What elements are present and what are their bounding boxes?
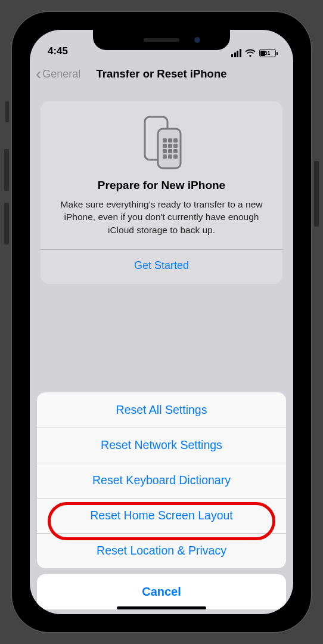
main-content: Prepare for New iPhone Make sure everyth… (30, 88, 293, 284)
svg-rect-5 (163, 144, 167, 148)
battery-percentage: 31 (264, 50, 270, 56)
home-indicator[interactable] (117, 606, 206, 609)
cancel-button[interactable]: Cancel (37, 574, 286, 609)
back-label: General (42, 68, 80, 80)
reset-home-screen-layout-button[interactable]: Reset Home Screen Layout (37, 498, 286, 533)
svg-rect-13 (173, 154, 178, 159)
action-sheet-options: Reset All Settings Reset Network Setting… (37, 392, 286, 568)
iphone-device-frame: 4:45 31 (0, 0, 323, 644)
page-title: Transfer or Reset iPhone (97, 67, 227, 80)
front-camera (194, 37, 200, 43)
svg-rect-8 (163, 149, 167, 153)
get-started-button[interactable]: Get Started (54, 250, 269, 277)
volume-up-button (4, 149, 9, 191)
reset-keyboard-dictionary-button[interactable]: Reset Keyboard Dictionary (37, 463, 286, 498)
status-right-cluster: 31 (231, 49, 278, 57)
phone-bezel: 4:45 31 (11, 11, 312, 633)
screen: 4:45 31 (30, 30, 293, 614)
cellular-signal-icon (231, 49, 241, 57)
svg-rect-3 (168, 138, 172, 143)
prepare-card: Prepare for New iPhone Make sure everyth… (41, 101, 282, 284)
volume-down-button (4, 203, 9, 244)
svg-rect-4 (173, 138, 178, 143)
prepare-card-description: Make sure everything's ready to transfer… (54, 198, 269, 236)
two-iphones-icon (138, 116, 185, 171)
wifi-icon (245, 49, 256, 57)
notch (93, 30, 230, 50)
prepare-card-title: Prepare for New iPhone (54, 179, 269, 192)
svg-rect-11 (163, 154, 167, 159)
action-sheet: Reset All Settings Reset Network Setting… (37, 392, 286, 609)
svg-rect-2 (163, 138, 167, 143)
svg-rect-12 (168, 154, 172, 159)
battery-indicator: 31 (259, 49, 278, 57)
svg-rect-10 (173, 149, 178, 153)
reset-location-privacy-button[interactable]: Reset Location & Privacy (37, 533, 286, 568)
status-time: 4:45 (48, 45, 68, 57)
svg-rect-7 (173, 144, 178, 148)
reset-all-settings-button[interactable]: Reset All Settings (37, 392, 286, 428)
svg-rect-6 (168, 144, 172, 148)
svg-rect-1 (158, 129, 181, 168)
power-button (314, 161, 319, 227)
chevron-left-icon: ‹ (36, 66, 41, 82)
silence-switch (5, 101, 9, 122)
back-button[interactable]: ‹ General (36, 66, 80, 82)
earpiece-speaker (144, 38, 179, 42)
reset-network-settings-button[interactable]: Reset Network Settings (37, 428, 286, 463)
navigation-bar: ‹ General Transfer or Reset iPhone (30, 60, 293, 88)
svg-rect-9 (168, 149, 172, 153)
